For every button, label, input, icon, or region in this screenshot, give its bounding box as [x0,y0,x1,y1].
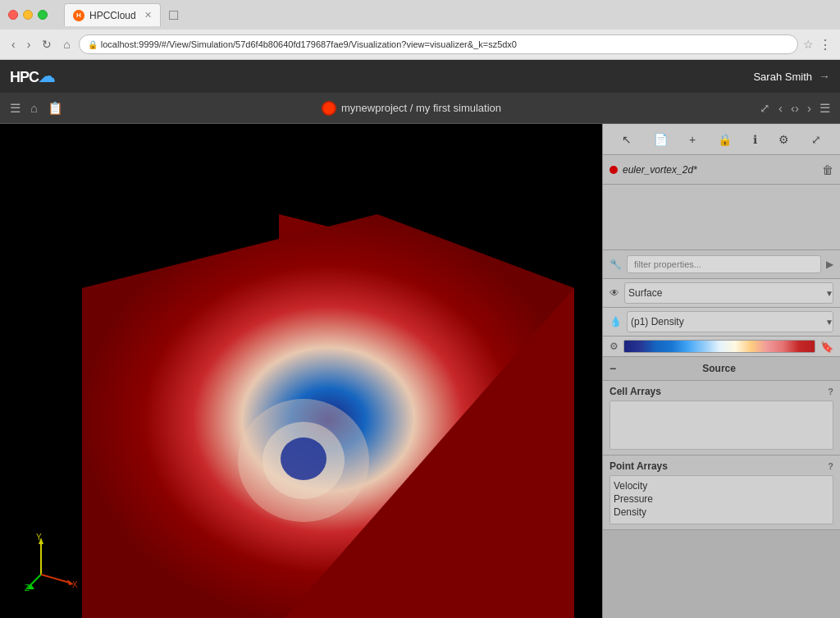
color-settings-icon[interactable]: ⚙ [609,341,619,352]
document-icon[interactable]: 📋 [48,101,63,116]
visualization-svg [33,190,602,618]
traffic-lights [8,10,48,20]
back-button[interactable]: ‹ [8,36,19,53]
point-arrays-title: Point Arrays [609,460,668,472]
toolbar-right: ⤢ ‹ ‹› › ☰ [760,101,830,116]
app-container: HPC☁ Sarah Smith → ☰ ⌂ 📋 mynewproject / … [0,60,840,618]
panel-file-icon[interactable]: 📄 [654,133,668,146]
right-panel: ↖ 📄 + 🔒 ℹ ⚙ ⤢ euler_vortex_2d* 🗑 🔧 ▶ [602,124,840,618]
menu-icon[interactable]: ☰ [10,101,21,116]
surface-dropdown-row: 👁 Surface Wireframe Points ▼ [603,279,840,308]
toolbar-left: ☰ ⌂ 📋 [10,101,63,116]
color-bar-row: ⚙ 🔖 [603,336,840,357]
header-right: Sarah Smith → [753,70,830,83]
filter-properties-input[interactable] [627,255,821,273]
panel-add-icon[interactable]: + [689,133,696,146]
panel-settings-icon[interactable]: ⚙ [778,133,789,146]
nav-both-icon[interactable]: ‹› [791,101,799,115]
maximize-button[interactable] [38,10,48,20]
color-bar[interactable] [623,340,815,353]
simulation-icon [322,101,336,116]
droplet-icon: 💧 [609,316,622,327]
tab-bar: H HPCCloud ✕ □ [64,3,184,26]
point-arrays-header: Point Arrays ? [609,460,833,472]
forward-button[interactable]: › [24,36,34,53]
cell-arrays-section: Cell Arrays ? [603,381,840,455]
point-arrays-help-icon[interactable]: ? [828,461,833,471]
y-axis-label: Y [36,533,42,542]
more-button[interactable]: ⋮ [819,37,832,53]
cell-arrays-box [609,401,833,450]
filter-send-icon[interactable]: ▶ [826,259,833,270]
density-select[interactable]: (p1) Density (p1) Velocity (p1) Pressure [627,311,833,332]
app-header: HPC☁ Sarah Smith → [0,60,840,93]
cell-arrays-help-icon[interactable]: ? [828,387,833,396]
settings-menu-icon[interactable]: ☰ [819,101,830,116]
filter-row: 🔧 ▶ [603,250,840,279]
tab-title: HPCCloud [89,10,136,21]
panel-info-icon[interactable]: ℹ [753,133,757,146]
address-bar[interactable]: 🔒 localhost:9999/#/View/Simulation/57d6f… [79,34,798,54]
viz-canvas: Y X Z [0,124,602,618]
close-button[interactable] [8,10,18,20]
hpc-logo-text: HPC☁ [10,66,54,86]
point-array-item[interactable]: Pressure [614,492,829,506]
tab-close-button[interactable]: ✕ [144,10,152,21]
filter-icon: 🔧 [609,259,622,270]
point-arrays-list: VelocityPressureDensity [614,479,829,519]
axis-svg: Y X Z [25,533,82,591]
x-axis-label: X [72,580,78,589]
axis-indicator: Y X Z [25,533,82,594]
app-logo: HPC☁ [10,66,54,86]
panel-toolbar: ↖ 📄 + 🔒 ℹ ⚙ ⤢ [603,124,840,155]
eye-icon: 👁 [609,287,619,299]
breadcrumb: mynewproject / my first simulation [341,102,501,114]
username-label: Sarah Smith [753,71,812,83]
pipeline-browser-item: euler_vortex_2d* 🗑 [603,155,840,185]
panel-lock-icon[interactable]: 🔒 [718,133,732,146]
address-text: localhost:9999/#/View/Simulation/57d6f4b… [101,39,517,49]
pipeline-empty-area [603,185,840,250]
browser-toolbar: ‹ › ↻ ⌂ 🔒 localhost:9999/#/View/Simulati… [0,30,840,59]
fullscreen-icon[interactable]: ⤢ [760,101,770,116]
vortex-core [281,437,326,480]
point-array-item[interactable]: Velocity [614,479,829,492]
point-arrays-box: VelocityPressureDensity [609,475,833,524]
nav-prev-icon[interactable]: ‹ [778,101,783,115]
density-dropdown-row: 💧 (p1) Density (p1) Velocity (p1) Pressu… [603,308,840,336]
source-section-header: − Source [603,357,840,381]
toolbar-center: mynewproject / my first simulation [63,101,760,116]
lock-icon: 🔒 [88,40,98,49]
home-button[interactable]: ⌂ [60,36,73,53]
logout-icon[interactable]: → [819,70,830,83]
source-section-title: Source [702,363,736,374]
viz-area: Y X Z [0,124,602,618]
minimize-button[interactable] [23,10,33,20]
folder-icon[interactable]: ⌂ [30,101,38,115]
tab-favicon: H [73,10,84,21]
main-content: Y X Z ↖ 📄 + 🔒 ℹ ⚙ ⤢ e [0,124,840,618]
cell-arrays-header: Cell Arrays ? [609,386,833,397]
bookmark-button[interactable]: ☆ [803,38,814,51]
panel-expand-icon[interactable]: ⤢ [811,133,821,146]
new-tab-button[interactable]: □ [164,5,184,25]
source-collapse-icon[interactable]: − [609,362,616,375]
color-bar-bookmark-icon[interactable]: 🔖 [820,341,833,353]
nav-next-icon[interactable]: › [807,101,811,115]
pipeline-name-label[interactable]: euler_vortex_2d* [623,164,817,176]
main-toolbar: ☰ ⌂ 📋 mynewproject / my first simulation… [0,93,840,124]
point-array-item[interactable]: Density [614,506,829,519]
surface-select[interactable]: Surface Wireframe Points [624,282,833,304]
browser-chrome: H HPCCloud ✕ □ ‹ › ↻ ⌂ 🔒 localhost:9999/… [0,0,840,60]
pipeline-active-dot [609,166,618,174]
panel-cursor-icon[interactable]: ↖ [622,133,632,146]
point-arrays-section: Point Arrays ? VelocityPressureDensity [603,455,840,530]
browser-titlebar: H HPCCloud ✕ □ [0,0,840,30]
pipeline-delete-icon[interactable]: 🗑 [822,163,833,176]
svg-line-4 [41,575,70,583]
z-axis-label: Z [25,584,30,591]
reload-button[interactable]: ↻ [39,36,55,53]
active-tab[interactable]: H HPCCloud ✕ [64,3,161,26]
cell-arrays-title: Cell Arrays [609,386,661,397]
